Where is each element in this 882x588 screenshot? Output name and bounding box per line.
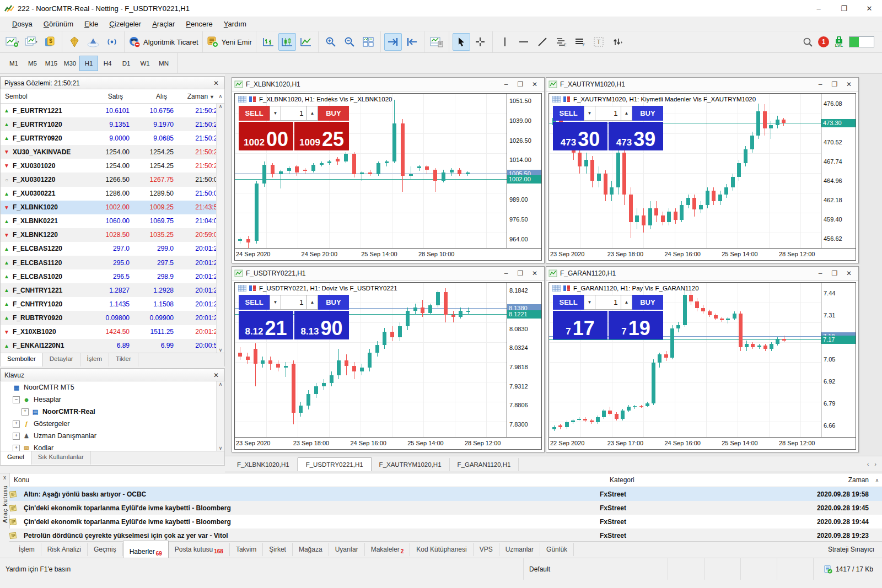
navigator-scrollbar[interactable]: ∧∨ <box>216 381 224 451</box>
timeframe-w1[interactable]: W1 <box>136 56 154 71</box>
menu-araçlar[interactable]: Araçlar <box>147 18 180 30</box>
chart-plot-area[interactable]: F_USDTRY0221, H1: Doviz Vis F_USDTRY0221… <box>235 283 507 438</box>
buy-button[interactable]: BUY <box>318 295 349 310</box>
chart-minimize-button[interactable]: – <box>499 80 513 88</box>
market-watch-scrollbar[interactable]: ∧∨ <box>216 104 224 353</box>
scroll-right-icon[interactable]: › <box>874 461 876 467</box>
toolbox-tab-kod-kütüphanesi[interactable]: Kod Kütüphanesi <box>410 543 473 556</box>
close-button[interactable]: ✕ <box>857 0 882 17</box>
column-bid[interactable]: Satış <box>72 93 123 100</box>
trendline-tool[interactable] <box>534 33 551 51</box>
deposit-button[interactable]: $ <box>41 33 58 51</box>
market-watch-row[interactable]: ▲F_XU03002211286.001289.5021:50:01 <box>1 187 224 201</box>
chart-close-button[interactable]: ✕ <box>842 269 856 277</box>
chart-tab-F_XLBNK1020,H1[interactable]: F_XLBNK1020,H1 <box>229 458 298 471</box>
horizontal-line-tool[interactable] <box>515 33 533 51</box>
chart-maximize-button[interactable]: ❐ <box>513 80 528 88</box>
news-row[interactable]: Altın: Aşağı yönlü baskı artıyor - OCBCF… <box>9 487 882 501</box>
scroll-down-icon[interactable]: ∨ <box>219 347 223 353</box>
status-profile[interactable]: Default <box>524 558 668 580</box>
volume-increase-icon[interactable]: ▲ <box>621 295 632 310</box>
quotes-grid-icon[interactable] <box>238 285 246 292</box>
toolbox-tab-makaleler[interactable]: Makaleler2 <box>365 543 411 556</box>
line-chart-mode-button[interactable] <box>297 33 315 51</box>
volume-input[interactable]: 1 <box>595 106 621 121</box>
news-row[interactable]: Çin'deki ekonomik toparlanma Eylül'de iv… <box>9 515 882 528</box>
toolbox-tab-vps[interactable]: VPS <box>474 543 499 556</box>
timeframe-m1[interactable]: M1 <box>4 56 23 71</box>
column-symbol[interactable]: Sembol <box>1 93 72 100</box>
chart-window-titlebar[interactable]: F_XLBNK1020,H1–❐✕ <box>232 78 544 91</box>
quotes-grid-icon[interactable] <box>552 285 561 292</box>
candle-chart-mode-button[interactable] <box>278 33 296 51</box>
plus-expander-icon[interactable]: + <box>13 433 20 440</box>
plus-expander-icon[interactable]: + <box>13 445 20 451</box>
market-watch-row[interactable]: ▼F_XU03010201254.001254.2521:50:20 <box>1 159 224 172</box>
market-watch-row[interactable]: ▲F_EURTRY122110.610110.675621:50:21 <box>1 104 224 117</box>
chart-tab-F_USDTRY0221,H1[interactable]: F_USDTRY0221,H1 <box>298 457 372 471</box>
sell-price[interactable]: 47330 <box>553 122 607 150</box>
scroll-up-icon[interactable]: ∧ <box>217 93 224 99</box>
buy-price[interactable]: 8.1390 <box>294 311 349 339</box>
column-ask[interactable]: Alış <box>123 93 167 100</box>
toolbox-tab-günlük[interactable]: Günlük <box>540 543 574 556</box>
market-watch-row[interactable]: ▲F_ELCBAS1020296.5298.920:01:27 <box>1 269 224 283</box>
mql5-cloud-icon[interactable] <box>84 33 102 51</box>
market-watch-row[interactable]: ▲F_ENKAI1220N16.896.9920:00:58 <box>1 339 224 353</box>
market-watch-row[interactable]: ▼F_XLBNK10201002.001009.2521:43:50 <box>1 201 224 214</box>
strategy-tester-link[interactable]: Strateji Sınayıcı <box>828 546 882 553</box>
sell-price[interactable]: 100200 <box>239 122 293 150</box>
text-tool[interactable]: T <box>590 33 607 51</box>
volume-input[interactable]: 1 <box>281 106 307 121</box>
chart-maximize-button[interactable]: ❐ <box>827 80 842 88</box>
chart-plot-area[interactable]: F_XAUTRYM1020, H1: Kiymetli Madenler Vis… <box>549 94 821 249</box>
zoom-in-button[interactable] <box>322 33 340 51</box>
market-watch-row[interactable]: ▲F_RUBTRY09200.098000.0990020:01:25 <box>1 311 224 325</box>
news-sort-icon[interactable]: ∧ <box>872 477 882 483</box>
market-watch-row[interactable]: ▲F_CNHTRY10201.14351.150820:01:25 <box>1 297 224 311</box>
news-column-header[interactable]: Konu Kategori Zaman ∧ <box>9 473 882 487</box>
column-time[interactable]: Zaman▼ <box>167 93 217 100</box>
mql5-market-icon[interactable] <box>66 33 83 51</box>
chart-tab-F_XAUTRYM1020,H1[interactable]: F_XAUTRYM1020,H1 <box>372 458 450 471</box>
navigator-item-noorcmtr-real[interactable]: +▤NoorCMTR-Real <box>1 406 224 418</box>
timeframe-m5[interactable]: M5 <box>23 56 42 71</box>
sell-button[interactable]: SELL <box>553 295 584 310</box>
column-time[interactable]: Zaman <box>786 476 872 484</box>
chart-plot-area[interactable]: F_GARAN1120, H1: Pay Vis F_GARAN1120SELL… <box>549 283 821 438</box>
volume-dropdown-icon[interactable]: ▼ <box>584 106 595 121</box>
toolbox-tab-uzmanlar[interactable]: Uzmanlar <box>499 543 540 556</box>
quotes-grid-icon[interactable] <box>238 96 246 103</box>
bar-chart-mode-button[interactable] <box>260 33 277 51</box>
market-watch-row[interactable]: ▲F_EURTRY10209.13519.197021:50:21 <box>1 117 224 131</box>
depth-of-market-icon[interactable] <box>563 96 571 103</box>
menu-yardım[interactable]: Yardım <box>218 18 252 30</box>
cursor-tool-button[interactable] <box>453 33 470 51</box>
volume-dropdown-icon[interactable]: ▼ <box>584 295 595 310</box>
chart-close-button[interactable]: ✕ <box>528 80 542 88</box>
navigator-item-göstergeler[interactable]: +ƒGöstergeler <box>1 418 224 430</box>
chart-window-titlebar[interactable]: F_USDTRY0221,H1–❐✕ <box>232 267 544 280</box>
toolbox-close-icon[interactable]: x <box>3 473 6 482</box>
plus-expander-icon[interactable]: + <box>21 408 29 416</box>
depth-of-market-icon[interactable] <box>249 285 257 292</box>
buy-button[interactable]: BUY <box>318 106 349 121</box>
tab-sık-kullanılanlar[interactable]: Sık Kullanılanlar <box>31 451 91 465</box>
zoom-out-button[interactable] <box>341 33 358 51</box>
chart-close-button[interactable]: ✕ <box>528 269 542 277</box>
buy-price[interactable]: 100925 <box>294 122 349 150</box>
notification-badge[interactable]: 1 <box>818 36 829 47</box>
volume-dropdown-icon[interactable]: ▼ <box>270 106 281 121</box>
signals-icon[interactable] <box>103 33 121 51</box>
market-watch-row[interactable]: ▲F_ELCBAS1120295.0297.520:01:27 <box>1 256 224 269</box>
tab-genel[interactable]: Genel <box>1 451 31 465</box>
sell-price[interactable]: 8.1221 <box>239 311 293 339</box>
chart-tab-scroll-arrows[interactable]: ‹› <box>867 456 876 471</box>
navigator-item-uzman-danışmanlar[interactable]: +♟Uzman Danışmanlar <box>1 430 224 442</box>
new-order-button[interactable]: Yeni Emir <box>206 33 252 51</box>
indicator-window-button[interactable] <box>428 33 445 51</box>
navigator-item-noorcmtr-mt5[interactable]: ▦NoorCMTR MT5 <box>1 381 224 393</box>
news-row[interactable]: Çin'deki ekonomik toparlanma Eylül'de iv… <box>9 501 882 515</box>
market-watch-row[interactable]: ▲F_CNHTRY12211.28271.292820:01:25 <box>1 283 224 297</box>
menu-pencere[interactable]: Pencere <box>180 18 218 30</box>
